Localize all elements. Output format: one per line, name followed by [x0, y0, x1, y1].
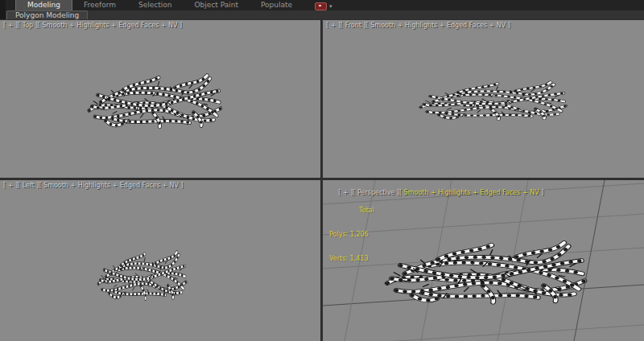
stats-polys: Polys: 1,206	[329, 231, 374, 239]
branch-model-front-view	[323, 20, 644, 178]
viewport-left[interactable]: [ + ][ Left ][ Smooth + Highlights + Edg…	[0, 180, 320, 341]
chevron-down-icon[interactable]: ▾	[329, 3, 332, 10]
viewport-left-label[interactable]: [ + ][ Left ][ Smooth + Highlights + Edg…	[3, 182, 184, 189]
ribbon-toolbar: Modeling Freeform Selection Object Paint…	[0, 0, 644, 19]
tab-freeform[interactable]: Freeform	[72, 0, 127, 10]
branch-model-top-view	[0, 20, 320, 178]
stats-verts: Verts: 1,413	[329, 255, 374, 263]
ribbon-panel-row: Polygon Modeling	[6, 10, 644, 19]
tab-modeling[interactable]: Modeling	[15, 0, 72, 10]
stats-total-label: Total	[359, 207, 374, 215]
tab-selection[interactable]: Selection	[127, 0, 183, 10]
viewport-front-label[interactable]: [ + ][ Front ][ Smooth + Highlights + Ed…	[326, 22, 510, 29]
tab-object-paint[interactable]: Object Paint	[184, 0, 250, 10]
branch-model-left-view	[0, 180, 320, 341]
viewport-label-shading: Smooth + Highlights + Edged Faces + NV	[402, 189, 541, 196]
screen-icon[interactable]	[315, 2, 327, 10]
viewport-grid: [ + ][ Top ][ Smooth + Highlights + Edge…	[0, 19, 644, 341]
viewport-front[interactable]: [ + ][ Front ][ Smooth + Highlights + Ed…	[323, 20, 644, 178]
viewport-top-label[interactable]: [ + ][ Top ][ Smooth + Highlights + Edge…	[3, 22, 182, 29]
viewport-label-suffix: ]	[541, 189, 543, 196]
viewport-statistics: Total Polys: 1,206 Verts: 1,413	[329, 191, 374, 279]
tab-polygon-modeling[interactable]: Polygon Modeling	[6, 10, 88, 19]
viewport-perspective[interactable]: [ + ][ Perspective ][ Smooth + Highlight…	[323, 180, 644, 341]
viewport-top[interactable]: [ + ][ Top ][ Smooth + Highlights + Edge…	[0, 20, 320, 178]
ribbon-tab-row: Modeling Freeform Selection Object Paint…	[6, 0, 644, 10]
tab-populate[interactable]: Populate	[250, 0, 303, 10]
ribbon-media-button[interactable]: ▾	[315, 2, 332, 10]
